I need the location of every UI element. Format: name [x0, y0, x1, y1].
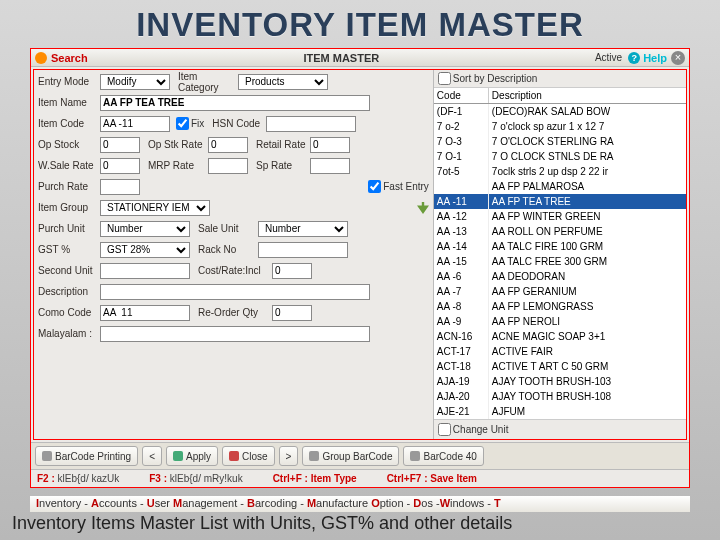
table-row[interactable]: ACT-18ACTIVE T ART C 50 GRM [434, 359, 686, 374]
item-code-label: Item Code [38, 118, 100, 129]
wsale-rate-label: W.Sale Rate [38, 160, 100, 171]
table-row[interactable]: ACT-17ACTIVE FAIR [434, 344, 686, 359]
table-row[interactable]: (DF-1(DECO)RAK SALAD BOW [434, 104, 686, 119]
hotkey-bar: F2 : klEb{d/ kazUk F3 : klEb{d/ mRy!kuk … [31, 469, 689, 487]
op-stk-rate-field[interactable] [208, 137, 248, 153]
next-button[interactable]: > [279, 446, 299, 466]
purch-rate-field[interactable] [100, 179, 140, 195]
close-icon [229, 451, 239, 461]
close-icon[interactable]: × [671, 51, 685, 65]
item-group-field[interactable]: STATIONERY IEM [100, 200, 210, 216]
table-row[interactable]: AA -11AA FP TEA TREE [434, 194, 686, 209]
hsn-code-field[interactable] [266, 116, 356, 132]
reorder-qty-field[interactable] [272, 305, 312, 321]
description-field[interactable] [100, 284, 370, 300]
help-icon[interactable]: ? [628, 52, 640, 64]
barcode-icon [42, 451, 52, 461]
cost-rate-label: Cost/Rate:Incl [198, 265, 272, 276]
titlebar: Search ITEM MASTER Active ? Help × [31, 49, 689, 67]
retail-rate-field[interactable] [310, 137, 350, 153]
barcode-icon [309, 451, 319, 461]
app-window: Search ITEM MASTER Active ? Help × Entry… [30, 48, 690, 488]
toolbar: BarCode Printing < Apply Close > Group B… [31, 442, 689, 469]
grid-header: Code Description [434, 88, 686, 104]
cost-rate-field[interactable] [272, 263, 312, 279]
sp-rate-label: Sp Rate [256, 160, 310, 171]
arrow-down-icon[interactable] [417, 202, 429, 214]
second-unit-label: Second Unit [38, 265, 100, 276]
table-row[interactable]: 7 O-37 O'CLOCK STERLING RA [434, 134, 686, 149]
search-label[interactable]: Search [51, 52, 88, 64]
mrp-rate-field[interactable] [208, 158, 248, 174]
op-stk-rate-label: Op Stk Rate [148, 139, 208, 150]
item-grid-panel: Sort by Description Code Description (DF… [433, 70, 686, 439]
table-row[interactable]: AJE-21AJFUM [434, 404, 686, 419]
table-row[interactable]: AJA-19AJAY TOOTH BRUSH-103 [434, 374, 686, 389]
table-row[interactable]: AA -8AA FP LEMONGRASS [434, 299, 686, 314]
table-row[interactable]: 7 o-27 o'clock sp azur 1 x 12 7 [434, 119, 686, 134]
item-group-label: Item Group [38, 202, 100, 213]
grid-body[interactable]: (DF-1(DECO)RAK SALAD BOW7 o-27 o'clock s… [434, 104, 686, 419]
group-barcode-button[interactable]: Group BarCode [302, 446, 399, 466]
gst-pct-field[interactable]: GST 28% [100, 242, 190, 258]
table-row[interactable]: 7ot-57oclk strls 2 up dsp 2 22 ir [434, 164, 686, 179]
table-row[interactable]: AA -9AA FP NEROLI [434, 314, 686, 329]
help-label[interactable]: Help [643, 52, 667, 64]
purch-unit-field[interactable]: Number [100, 221, 190, 237]
mrp-rate-label: MRP Rate [148, 160, 208, 171]
rack-no-field[interactable] [258, 242, 348, 258]
menu-strip[interactable]: Inventory - Accounts - User Management -… [30, 496, 690, 512]
barcode-printing-button[interactable]: BarCode Printing [35, 446, 138, 466]
grid-header-code[interactable]: Code [434, 88, 489, 103]
table-row[interactable]: AA -12AA FP WINTER GREEN [434, 209, 686, 224]
como-code-label: Como Code [38, 307, 100, 318]
grid-header-desc[interactable]: Description [489, 88, 686, 103]
item-code-field[interactable] [100, 116, 170, 132]
reorder-qty-label: Re-Order Qty [198, 307, 272, 318]
apply-button[interactable]: Apply [166, 446, 218, 466]
barcode-icon [410, 451, 420, 461]
item-name-field[interactable] [100, 95, 370, 111]
table-row[interactable]: AA -7AA FP GERANIUM [434, 284, 686, 299]
fast-entry-checkbox[interactable]: Fast Entry [368, 180, 429, 193]
slide-title: INVENTORY ITEM MASTER [0, 0, 720, 44]
table-row[interactable]: AA -15AA TALC FREE 300 GRM [434, 254, 686, 269]
sort-by-desc-checkbox[interactable]: Sort by Description [438, 72, 682, 85]
second-unit-field[interactable] [100, 263, 190, 279]
rack-no-label: Rack No [198, 244, 258, 255]
malayalam-label: Malayalam : [38, 328, 100, 339]
change-unit-checkbox[interactable]: Change Unit [438, 423, 682, 436]
sale-unit-field[interactable]: Number [258, 221, 348, 237]
table-row[interactable]: ACN-16ACNE MAGIC SOAP 3+1 [434, 329, 686, 344]
op-stock-field[interactable] [100, 137, 140, 153]
entry-mode-label: Entry Mode [38, 76, 100, 87]
table-row[interactable]: AJA-20AJAY TOOTH BRUSH-108 [434, 389, 686, 404]
table-row[interactable]: AA -13AA ROLL ON PERFUME [434, 224, 686, 239]
barcode40-button[interactable]: BarCode 40 [403, 446, 483, 466]
table-row[interactable]: AA -6AA DEODORAN [434, 269, 686, 284]
table-row[interactable]: AA -14AA TALC FIRE 100 GRM [434, 239, 686, 254]
retail-rate-label: Retail Rate [256, 139, 310, 150]
op-stock-label: Op Stock [38, 139, 100, 150]
window-title: ITEM MASTER [88, 52, 595, 64]
item-category-label: Item Category [178, 71, 238, 93]
close-button[interactable]: Close [222, 446, 275, 466]
gst-pct-label: GST % [38, 244, 100, 255]
purch-unit-label: Purch Unit [38, 223, 100, 234]
slide-caption: Inventory Items Master List with Units, … [0, 513, 720, 534]
purch-rate-label: Purch Rate [38, 181, 100, 192]
sp-rate-field[interactable] [310, 158, 350, 174]
prev-button[interactable]: < [142, 446, 162, 466]
table-row[interactable]: AA FP PALMAROSA [434, 179, 686, 194]
item-name-label: Item Name [38, 97, 100, 108]
check-icon [173, 451, 183, 461]
wsale-rate-field[interactable] [100, 158, 140, 174]
entry-mode-field[interactable]: Modify [100, 74, 170, 90]
item-category-field[interactable]: Products [238, 74, 328, 90]
como-code-field[interactable] [100, 305, 190, 321]
malayalam-field[interactable] [100, 326, 370, 342]
active-label: Active [595, 52, 622, 63]
table-row[interactable]: 7 O-17 O CLOCK STNLS DE RA [434, 149, 686, 164]
fix-checkbox[interactable]: Fix [176, 117, 204, 130]
form-panel: Entry Mode Modify Item Category Products… [34, 70, 433, 439]
